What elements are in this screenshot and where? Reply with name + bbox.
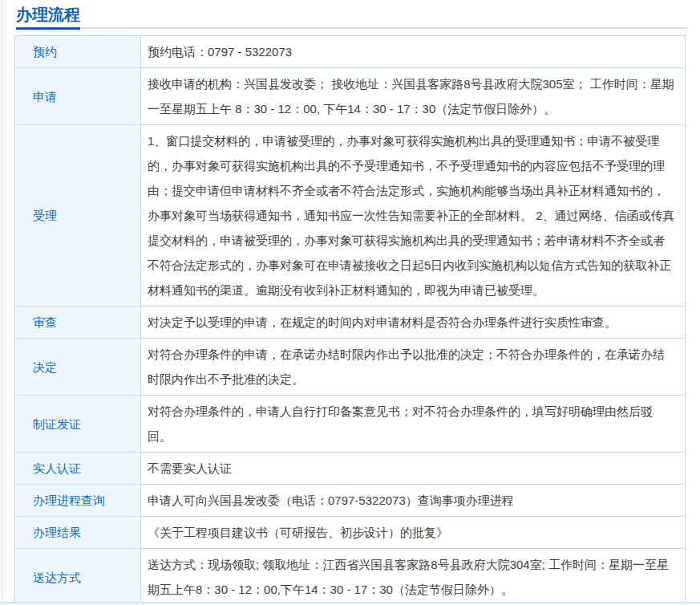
table-row: 预约预约电话：0797 - 5322073 — [15, 36, 686, 68]
table-row: 实人认证不需要实人认证 — [15, 453, 686, 485]
table-row: 办理进程查询申请人可向兴国县发改委（电话：0797-5322073）查询事项办理… — [15, 485, 686, 517]
row-content: 不需要实人认证 — [141, 453, 686, 485]
row-content: 对符合办理条件的申请，在承诺办结时限内作出予以批准的决定；不符合办理条件的，在承… — [141, 339, 686, 396]
row-label: 办理结果 — [15, 517, 141, 549]
table-row: 制证发证对符合办理条件的，申请人自行打印备案意见书；对不符合办理条件的，填写好明… — [15, 396, 686, 453]
row-content: 预约电话：0797 - 5322073 — [141, 36, 686, 68]
row-label: 受理 — [15, 125, 141, 307]
table-row: 申请接收申请的机构：兴国县发改委； 接收地址：兴国县客家路8号县政府大院305室… — [15, 68, 686, 125]
section-header: 办理流程 — [16, 0, 687, 29]
table-row: 送达方式送达方式：现场领取; 领取地址：江西省兴国县客家路8号县政府大院304室… — [15, 549, 686, 605]
row-label: 实人认证 — [15, 453, 141, 485]
row-label: 办理进程查询 — [15, 485, 141, 517]
page-title: 办理流程 — [16, 4, 80, 30]
row-label: 送达方式 — [15, 549, 141, 605]
row-content: 对符合办理条件的，申请人自行打印备案意见书；对不符合办理条件的，填写好明确理由然… — [141, 396, 686, 453]
process-flow-table: 预约预约电话：0797 - 5322073申请接收申请的机构：兴国县发改委； 接… — [14, 35, 686, 605]
row-content: 申请人可向兴国县发改委（电话：0797-5322073）查询事项办理进程 — [141, 485, 686, 517]
left-edge-divider — [2, 0, 2, 605]
page-container: 办理流程 预约预约电话：0797 - 5322073申请接收申请的机构：兴国县发… — [0, 0, 700, 605]
row-content: 《关于工程项目建议书（可研报告、初步设计）的批复》 — [141, 517, 686, 549]
row-label: 预约 — [15, 36, 141, 68]
process-flow-table-body: 预约预约电话：0797 - 5322073申请接收申请的机构：兴国县发改委； 接… — [15, 36, 686, 605]
row-content: 1、窗口提交材料的，申请被受理的，办事对象可获得实施机构出具的受理通知书；申请不… — [141, 125, 686, 307]
row-content: 对决定予以受理的申请，在规定的时间内对申请材料是否符合办理条件进行实质性审查。 — [141, 307, 686, 339]
row-content: 接收申请的机构：兴国县发改委； 接收地址：兴国县客家路8号县政府大院305室； … — [141, 68, 686, 125]
row-label: 决定 — [15, 339, 141, 396]
row-label: 申请 — [15, 68, 141, 125]
row-label: 审查 — [15, 307, 141, 339]
table-row: 审查对决定予以受理的申请，在规定的时间内对申请材料是否符合办理条件进行实质性审查… — [15, 307, 686, 339]
table-row: 决定对符合办理条件的申请，在承诺办结时限内作出予以批准的决定；不符合办理条件的，… — [15, 339, 686, 396]
table-row: 受理1、窗口提交材料的，申请被受理的，办事对象可获得实施机构出具的受理通知书；申… — [15, 125, 686, 307]
row-label: 制证发证 — [15, 396, 141, 453]
row-content: 送达方式：现场领取; 领取地址：江西省兴国县客家路8号县政府大院304室; 工作… — [141, 549, 686, 605]
table-row: 办理结果《关于工程项目建议书（可研报告、初步设计）的批复》 — [15, 517, 686, 549]
